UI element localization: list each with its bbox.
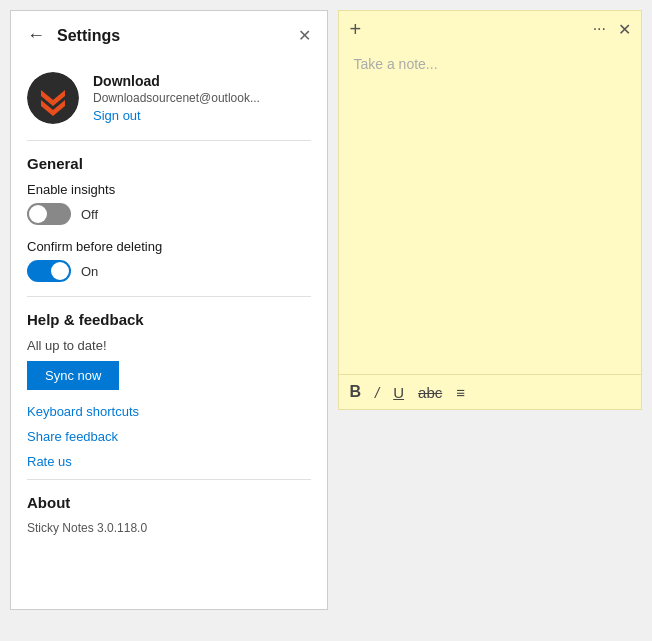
italic-button[interactable]: / [375, 384, 379, 401]
toggle-thumb-2 [51, 262, 69, 280]
confirm-delete-toggle[interactable] [27, 260, 71, 282]
note-bottom-toolbar: B / U abc ≡ [339, 374, 641, 409]
note-add-button[interactable]: + [349, 19, 361, 39]
confirm-delete-setting: Confirm before deleting On [27, 239, 311, 282]
settings-content: Download Downloadsourcenet@outlook... Si… [11, 60, 327, 609]
note-content[interactable]: Take a note... [339, 47, 641, 374]
divider-account [27, 140, 311, 141]
note-top-actions: ··· ✕ [593, 20, 631, 39]
back-button[interactable]: ← [27, 25, 45, 46]
confirm-delete-toggle-row: On [27, 260, 311, 282]
sign-out-link[interactable]: Sign out [93, 108, 260, 123]
note-placeholder: Take a note... [353, 56, 437, 72]
about-version: Sticky Notes 3.0.118.0 [27, 521, 311, 535]
divider-help [27, 479, 311, 480]
insights-toggle-row: Off [27, 203, 311, 225]
insights-label: Enable insights [27, 182, 311, 197]
settings-title: Settings [57, 27, 286, 45]
rate-us-link[interactable]: Rate us [27, 454, 311, 469]
note-close-button[interactable]: ✕ [618, 20, 631, 39]
strikethrough-button[interactable]: abc [418, 384, 442, 401]
sync-button[interactable]: Sync now [27, 361, 119, 390]
about-heading: About [27, 494, 311, 511]
insights-setting: Enable insights Off [27, 182, 311, 225]
toggle-thumb [29, 205, 47, 223]
account-section: Download Downloadsourcenet@outlook... Si… [27, 60, 311, 136]
underline-button[interactable]: U [393, 384, 404, 401]
settings-panel: ← Settings ✕ Download Downloadsourcenet@… [10, 10, 328, 610]
note-top-toolbar: + ··· ✕ [339, 11, 641, 47]
insights-state: Off [81, 207, 98, 222]
divider-general [27, 296, 311, 297]
confirm-delete-state: On [81, 264, 98, 279]
list-button[interactable]: ≡ [456, 384, 465, 401]
keyboard-shortcuts-link[interactable]: Keyboard shortcuts [27, 404, 311, 419]
account-info: Download Downloadsourcenet@outlook... Si… [93, 73, 260, 123]
help-heading: Help & feedback [27, 311, 311, 328]
note-menu-button[interactable]: ··· [593, 20, 606, 38]
share-feedback-link[interactable]: Share feedback [27, 429, 311, 444]
settings-header: ← Settings ✕ [11, 11, 327, 60]
bold-button[interactable]: B [349, 383, 361, 401]
confirm-delete-label: Confirm before deleting [27, 239, 311, 254]
avatar [27, 72, 79, 124]
settings-close-button[interactable]: ✕ [298, 26, 311, 45]
account-email: Downloadsourcenet@outlook... [93, 91, 260, 105]
note-panel: + ··· ✕ Take a note... B / U abc ≡ [338, 10, 642, 410]
sync-status: All up to date! [27, 338, 311, 353]
account-name: Download [93, 73, 260, 89]
insights-toggle[interactable] [27, 203, 71, 225]
general-heading: General [27, 155, 311, 172]
